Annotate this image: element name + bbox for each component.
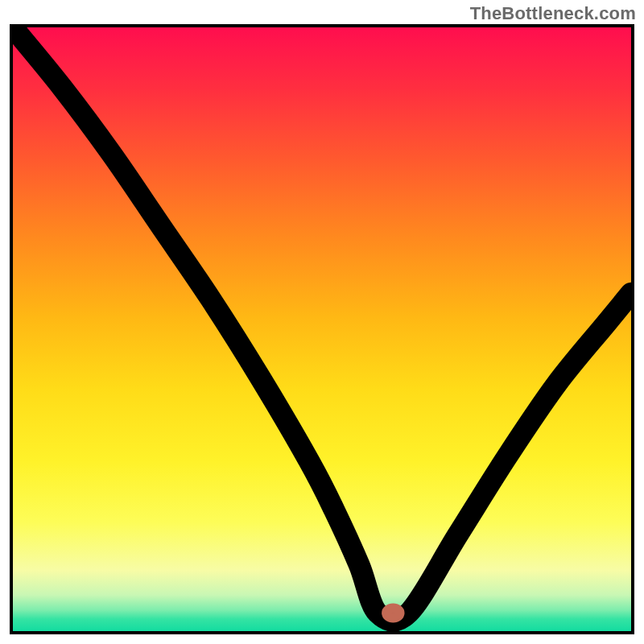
line-series bbox=[13, 27, 631, 631]
chart-stage: TheBottleneck.com bbox=[0, 0, 644, 644]
plot-area bbox=[10, 24, 634, 634]
watermark-label: TheBottleneck.com bbox=[470, 3, 636, 24]
bottleneck-curve-path bbox=[13, 27, 631, 621]
optimal-point-marker bbox=[386, 608, 400, 618]
